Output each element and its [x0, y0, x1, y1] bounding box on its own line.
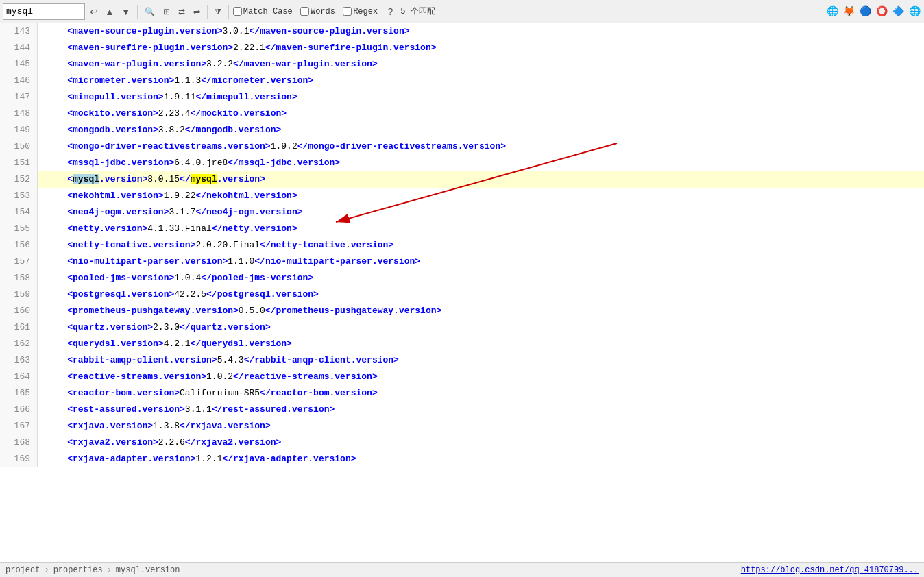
table-row: 144 <maven-surefire-plugin.version>2.22.…: [0, 40, 924, 56]
line-number: 146: [0, 73, 38, 89]
line-content: <maven-war-plugin.version>3.2.2</maven-w…: [38, 56, 924, 73]
line-number: 164: [0, 369, 38, 385]
table-row: 169 <rxjava-adapter.version>1.2.1</rxjav…: [0, 451, 924, 467]
table-row: 143 <maven-source-plugin.version>3.0.1</…: [0, 23, 924, 40]
table-row: 151 <mssql-jdbc.version>6.4.0.jre8</mssq…: [0, 155, 924, 171]
table-row: 152 <mysql.version>8.0.15</mysql.version…: [0, 171, 924, 188]
words-text: Words: [311, 7, 335, 16]
regex-checkbox[interactable]: [343, 7, 352, 16]
table-row: 148 <mockito.version>2.23.4</mockito.ver…: [0, 106, 924, 122]
line-number: 165: [0, 385, 38, 402]
status-bar: project › properties › mysql.version htt…: [0, 562, 924, 577]
line-number: 149: [0, 122, 38, 138]
table-row: 161 <quartz.version>2.3.0</quartz.versio…: [0, 319, 924, 336]
table-row: 160 <prometheus-pushgateway.version>0.5.…: [0, 303, 924, 319]
line-content: <quartz.version>2.3.0</quartz.version>: [38, 319, 924, 336]
search-replace-all-button[interactable]: ⇌: [191, 5, 203, 18]
line-content: <netty.version>4.1.33.Final</netty.versi…: [38, 221, 924, 237]
line-number: 151: [0, 155, 38, 171]
code-lines: 143 <maven-source-plugin.version>3.0.1</…: [0, 23, 924, 562]
match-case-checkbox[interactable]: [233, 7, 242, 16]
line-content: <mockito.version>2.23.4</mockito.version…: [38, 106, 924, 122]
line-content: <postgresql.version>42.2.5</postgresql.v…: [38, 286, 924, 303]
regex-label[interactable]: Regex: [343, 7, 378, 16]
line-number: 166: [0, 402, 38, 418]
table-row: 164 <reactive-streams.version>1.0.2</rea…: [0, 369, 924, 385]
firefox-icon: 🦊: [842, 5, 855, 19]
match-case-label[interactable]: Match Case: [233, 7, 293, 16]
table-row: 150 <mongo-driver-reactivestreams.versio…: [0, 138, 924, 155]
table-row: 159 <postgresql.version>42.2.5</postgres…: [0, 286, 924, 303]
line-number: 145: [0, 56, 38, 73]
line-number: 143: [0, 23, 38, 40]
line-number: 167: [0, 418, 38, 434]
line-number: 161: [0, 319, 38, 336]
line-number: 169: [0, 451, 38, 467]
divider-3: [228, 5, 229, 19]
line-number: 158: [0, 270, 38, 286]
safari-icon: 🔵: [858, 5, 872, 19]
search-input[interactable]: [6, 6, 68, 16]
line-content: <mongodb.version>3.8.2</mongodb.version>: [38, 122, 924, 138]
line-content: <maven-surefire-plugin.version>2.22.1</m…: [38, 40, 924, 56]
search-find-all-button[interactable]: ⊞: [160, 5, 173, 18]
line-number: 156: [0, 237, 38, 254]
line-content: <rabbit-amqp-client.version>5.4.3</rabbi…: [38, 352, 924, 369]
line-number: 168: [0, 434, 38, 451]
breadcrumb-properties: properties: [53, 565, 103, 575]
table-row: 149 <mongodb.version>3.8.2</mongodb.vers…: [0, 122, 924, 138]
breadcrumb-project: project: [5, 565, 40, 575]
search-replace-button[interactable]: ⇄: [175, 5, 188, 18]
table-row: 145 <maven-war-plugin.version>3.2.2</mav…: [0, 56, 924, 73]
status-link[interactable]: https://blog.csdn.net/qq_41870799...: [741, 565, 919, 575]
table-row: 165 <reactor-bom.version>Californium-SR5…: [0, 385, 924, 402]
line-content: <mongo-driver-reactivestreams.version>1.…: [38, 138, 924, 155]
line-content: <mimepull.version>1.9.11</mimepull.versi…: [38, 89, 924, 106]
search-options: Match Case Words Regex ?: [233, 5, 395, 18]
table-row: 157 <nio-multipart-parser.version>1.1.0<…: [0, 254, 924, 270]
line-number: 163: [0, 352, 38, 369]
table-row: 162 <querydsl.version>4.2.1</querydsl.ve…: [0, 336, 924, 352]
line-content: <rxjava2.version>2.2.6</rxjava2.version>: [38, 434, 924, 451]
line-number: 150: [0, 138, 38, 155]
code-area: 143 <maven-source-plugin.version>3.0.1</…: [0, 23, 924, 562]
line-number: 148: [0, 106, 38, 122]
breadcrumb-sep-2: ›: [107, 565, 112, 575]
table-row: 163 <rabbit-amqp-client.version>5.4.3</r…: [0, 352, 924, 369]
search-down-button[interactable]: ▼: [119, 5, 133, 18]
search-bar: ↩ ▲ ▼ 🔍 ⊞ ⇄ ⇌ ⧩ Match Case Words Regex ?…: [0, 0, 924, 23]
line-content: <rxjava.version>1.3.8</rxjava.version>: [38, 418, 924, 434]
line-number: 159: [0, 286, 38, 303]
help-button[interactable]: ?: [385, 5, 395, 18]
line-content: <reactor-bom.version>Californium-SR5</re…: [38, 385, 924, 402]
line-content: <rest-assured.version>3.1.1</rest-assure…: [38, 402, 924, 418]
line-content: <rxjava-adapter.version>1.2.1</rxjava-ad…: [38, 451, 924, 467]
search-find-button[interactable]: 🔍: [142, 5, 158, 18]
ie-icon: 🌐: [908, 5, 921, 19]
line-number: 144: [0, 40, 38, 56]
breadcrumb-mysql-version: mysql.version: [116, 565, 180, 575]
line-number: 153: [0, 188, 38, 204]
words-label[interactable]: Words: [300, 7, 335, 16]
chrome-icon: 🌐: [825, 5, 839, 19]
table-row: 168 <rxjava2.version>2.2.6</rxjava2.vers…: [0, 434, 924, 451]
line-content: <micrometer.version>1.1.3</micrometer.ve…: [38, 73, 924, 89]
edge-icon1: 🔷: [891, 5, 905, 19]
line-content: <pooled-jms-version>1.0.4</pooled-jms-ve…: [38, 270, 924, 286]
divider-2: [207, 5, 208, 19]
line-content: <maven-source-plugin.version>3.0.1</mave…: [38, 23, 924, 40]
search-prev-button[interactable]: ↩: [88, 5, 100, 18]
line-number: 157: [0, 254, 38, 270]
line-content: <mssql-jdbc.version>6.4.0.jre8</mssql-jd…: [38, 155, 924, 171]
line-number: 155: [0, 221, 38, 237]
search-filter-button[interactable]: ⧩: [212, 5, 224, 18]
regex-text: Regex: [353, 7, 378, 16]
match-count: 5 个匹配: [400, 5, 435, 17]
words-checkbox[interactable]: [300, 7, 309, 16]
opera-icon: ⭕: [875, 5, 888, 19]
table-row: 154 <neo4j-ogm.version>3.1.7</neo4j-ogm.…: [0, 204, 924, 221]
line-content: <neo4j-ogm.version>3.1.7</neo4j-ogm.vers…: [38, 204, 924, 221]
line-content: <nekohtml.version>1.9.22</nekohtml.versi…: [38, 188, 924, 204]
search-up-button[interactable]: ▲: [103, 5, 117, 18]
breadcrumb-sep-1: ›: [44, 565, 49, 575]
